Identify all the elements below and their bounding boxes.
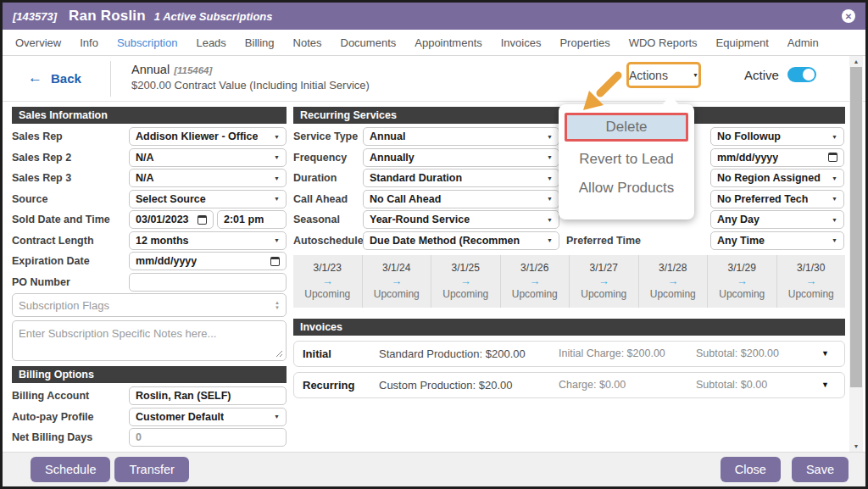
subscription-notes-textarea[interactable]: Enter Subscription Specific Notes here..… <box>12 320 287 361</box>
subscription-flags-select[interactable]: Subscription Flags ▲ ▼ <box>12 293 287 317</box>
sales-rep-2-select[interactable]: N/A ▼ <box>129 148 287 167</box>
field-label: Sales Rep <box>12 131 129 142</box>
timeline-cell[interactable]: 3/1/27 → Upcoming <box>569 255 638 308</box>
back-button[interactable]: ← Back <box>28 69 81 86</box>
frequency-select[interactable]: Annually ▼ <box>363 148 559 167</box>
chevron-down-icon: ▼ <box>543 237 553 243</box>
autopay-profile-select[interactable]: Customer Default ▼ <box>129 408 287 426</box>
arrow-right-icon: → <box>598 275 609 287</box>
invoice-row-initial[interactable]: Initial Standard Production: $200.00 Ini… <box>293 341 845 367</box>
timeline-cell[interactable]: 3/1/25 → Upcoming <box>431 255 500 308</box>
timeline-cell[interactable]: 3/1/29 → Upcoming <box>707 255 776 308</box>
actions-menu: Delete Revert to Lead Allow Products <box>559 104 694 219</box>
sold-time-input[interactable]: 2:01 pm <box>217 210 287 229</box>
timeline-cell[interactable]: 3/1/30 → Upcoming <box>776 255 846 308</box>
tab-equipment[interactable]: Equipment <box>707 36 778 49</box>
tab-appointments[interactable]: Appointments <box>405 36 492 49</box>
chevron-down-icon[interactable]: ▼ <box>821 381 836 389</box>
title-bar: [143573] Ran Roslin 1 Active Subscriptio… <box>3 3 865 30</box>
scrollbar[interactable]: ▲ ▼ <box>849 56 863 452</box>
spinner-icon[interactable]: ▲ ▼ <box>275 300 280 310</box>
tab-admin[interactable]: Admin <box>778 36 828 49</box>
preferred-day-select[interactable]: Any Day ▼ <box>710 210 844 229</box>
preferred-tech-select[interactable]: No Preferred Tech ▼ <box>710 190 844 208</box>
followup-select[interactable]: No Followup ▼ <box>710 127 844 146</box>
active-toggle-label: Active <box>744 68 779 82</box>
active-toggle[interactable] <box>787 67 816 82</box>
timeline-cell[interactable]: 3/1/24 → Upcoming <box>362 255 431 308</box>
timeline-cell[interactable]: 3/1/26 → Upcoming <box>500 255 570 308</box>
tab-documents[interactable]: Documents <box>331 36 406 49</box>
preferred-time-label: Preferred Time <box>559 235 710 247</box>
preferred-time-select[interactable]: Any Time ▼ <box>710 231 844 250</box>
sales-rep-select[interactable]: Addison Kliewer - Office ▼ <box>129 127 287 146</box>
scrollbar-thumb[interactable] <box>850 67 862 387</box>
tab-subscription[interactable]: Subscription <box>108 36 187 49</box>
subscription-name: Annual <box>131 63 170 76</box>
scroll-down-icon[interactable]: ▼ <box>849 441 863 452</box>
sold-date-input[interactable]: 03/01/2023 <box>129 210 214 229</box>
tab-properties[interactable]: Properties <box>550 36 619 49</box>
close-icon[interactable]: ✕ <box>842 9 855 23</box>
chevron-down-icon: ▼ <box>828 237 837 243</box>
tab-wdo-reports[interactable]: WDO Reports <box>620 36 707 49</box>
menu-item-revert-to-lead[interactable]: Revert to Lead <box>559 145 694 174</box>
chevron-down-icon: ▼ <box>543 134 553 140</box>
header-divider <box>110 61 111 97</box>
field-label: Expiration Date <box>12 255 129 267</box>
field-row: Source Select Source ▼ <box>12 190 287 208</box>
schedule-button[interactable]: Schedule <box>31 457 110 482</box>
page-header: ← Back Annual[115464] $200.00 Contract V… <box>3 56 865 102</box>
actions-label: Actions <box>629 69 668 82</box>
timeline-cell[interactable]: 3/1/28 → Upcoming <box>638 255 708 308</box>
arrow-right-icon: → <box>460 275 471 287</box>
sales-information-panel: Sales Information Sales Rep Addison Klie… <box>12 107 287 470</box>
billing-account-input[interactable]: Roslin, Ran (SELF) <box>129 386 287 405</box>
field-label: Frequency <box>293 152 363 164</box>
contract-length-select[interactable]: 12 months ▼ <box>129 231 287 250</box>
invoice-row-recurring[interactable]: Recurring Custom Production: $20.00 Char… <box>293 372 845 398</box>
duration-select[interactable]: Standard Duration ▼ <box>363 169 559 187</box>
tab-leads[interactable]: Leads <box>186 36 235 49</box>
tab-billing[interactable]: Billing <box>236 36 284 49</box>
sales-rep-3-select[interactable]: N/A ▼ <box>129 169 287 187</box>
tab-notes[interactable]: Notes <box>284 36 331 49</box>
call-ahead-select[interactable]: No Call Ahead ▼ <box>363 190 559 208</box>
actions-button[interactable]: Actions ▼ <box>626 62 701 88</box>
field-row: Auto-pay Profile Customer Default ▼ <box>12 408 287 426</box>
arrow-right-icon: → <box>529 275 540 287</box>
chevron-down-icon[interactable]: ▼ <box>821 349 836 358</box>
field-row: Sales Rep Addison Kliewer - Office ▼ <box>12 127 287 146</box>
record-id: [143573] <box>13 10 57 23</box>
po-number-input[interactable] <box>129 273 287 292</box>
field-label: Sold Date and Time <box>12 214 129 225</box>
close-button[interactable]: Close <box>721 457 781 482</box>
expiration-date-input[interactable]: mm/dd/yyyy <box>129 252 287 270</box>
service-type-select[interactable]: Annual ▼ <box>363 127 559 146</box>
menu-item-allow-products[interactable]: Allow Products <box>559 174 694 203</box>
section-header-sales: Sales Information <box>12 107 287 124</box>
tab-invoices[interactable]: Invoices <box>492 36 551 49</box>
seasonal-select[interactable]: Year-Round Service ▼ <box>363 210 559 229</box>
transfer-button[interactable]: Transfer <box>114 457 188 482</box>
arrow-right-icon: → <box>805 275 816 287</box>
field-label: Auto-pay Profile <box>12 411 129 423</box>
calendar-icon <box>828 153 837 162</box>
followup-date-input[interactable]: mm/dd/yyyy <box>710 148 844 167</box>
autoschedule-select[interactable]: Due Date Method (Recommen ▼ <box>363 231 559 250</box>
save-button[interactable]: Save <box>792 457 849 482</box>
back-arrow-icon: ← <box>28 69 42 86</box>
net-billing-days-input[interactable]: 0 <box>129 428 287 447</box>
region-select[interactable]: No Region Assigned ▼ <box>710 169 844 187</box>
resize-handle-icon[interactable] <box>275 350 283 358</box>
scroll-up-icon[interactable]: ▲ <box>849 56 863 67</box>
back-label: Back <box>51 71 81 86</box>
timeline-cell[interactable]: 3/1/23 → Upcoming <box>293 255 362 308</box>
field-label: Service Type <box>293 131 363 142</box>
tab-info[interactable]: Info <box>70 36 108 49</box>
field-row: Expiration Date mm/dd/yyyy <box>12 252 287 270</box>
tab-overview[interactable]: Overview <box>6 36 70 49</box>
menu-item-delete[interactable]: Delete <box>565 113 688 142</box>
chevron-down-icon: ▼ <box>270 134 280 140</box>
source-select[interactable]: Select Source ▼ <box>129 190 287 208</box>
